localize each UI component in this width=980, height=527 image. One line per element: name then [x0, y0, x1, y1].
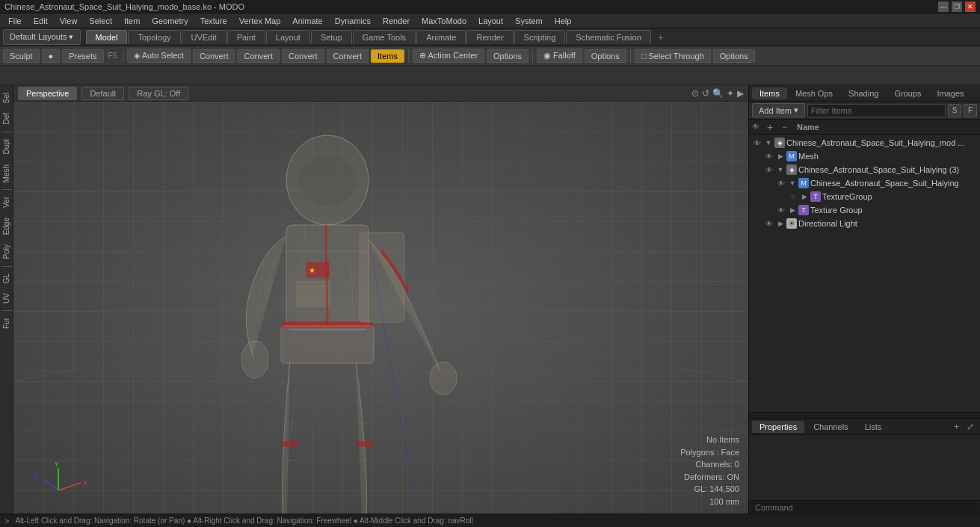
tree-item-texgroup[interactable]: 👁 ▶ T TextureGroup — [785, 190, 980, 203]
minimize-button[interactable]: — — [938, 1, 949, 12]
expand-texgroup[interactable]: ▶ — [800, 192, 809, 201]
maximize-button[interactable]: ❐ — [952, 1, 962, 12]
rtab-shading[interactable]: Shading — [841, 87, 886, 99]
vis-eye-root[interactable]: 👁 — [752, 138, 762, 148]
bottom-add-icon[interactable]: + — [951, 422, 962, 432]
bottom-expand-icon[interactable]: ⤢ — [964, 422, 977, 432]
menu-item-item[interactable]: Item — [119, 15, 145, 27]
expand-mesh2[interactable]: ▼ — [788, 179, 797, 188]
rtab-groups[interactable]: Groups — [887, 87, 928, 99]
tree-item-group[interactable]: 👁 ▼ ◈ Chinese_Astronaut_Space_Suit_Haiyi… — [761, 163, 980, 176]
tree-item-light[interactable]: 👁 ▶ ☀ Directional Light — [761, 217, 980, 230]
items-button[interactable]: Items — [371, 49, 404, 63]
sidebar-tab-mesh[interactable]: Mesh — [0, 160, 13, 187]
menu-item-view[interactable]: View — [55, 15, 83, 27]
main-tab-layout[interactable]: Layout — [266, 30, 310, 44]
menu-item-help[interactable]: Help — [549, 15, 577, 27]
sculpt-button[interactable]: Sculpt — [3, 49, 40, 63]
main-tab-model[interactable]: Model — [86, 30, 128, 44]
convert3-button[interactable]: Convert — [282, 49, 324, 63]
main-tab-uvedit[interactable]: UVEdit — [182, 30, 226, 44]
rbtab-channels[interactable]: Channels — [806, 421, 855, 433]
tree-item-mesh[interactable]: 👁 ▶ M Mesh — [761, 150, 980, 163]
vis-eye-texgroup2[interactable]: 👁 — [776, 205, 786, 215]
sidebar-tab-gl[interactable]: GL — [0, 269, 13, 288]
main-tab-topology[interactable]: Topology — [128, 30, 180, 44]
sidebar-tab-ver[interactable]: Ver — [0, 192, 13, 212]
sidebar-tab-edge[interactable]: Edge — [0, 213, 13, 239]
minus-col-header[interactable]: − — [782, 122, 794, 132]
camera-icon[interactable]: ⊙ — [691, 88, 699, 99]
options3-button[interactable]: Options — [713, 49, 755, 63]
plus-col-header[interactable]: + — [767, 121, 779, 133]
main-tab-setup[interactable]: Setup — [311, 30, 352, 44]
action-center-button[interactable]: ⊕ Action Center — [413, 49, 484, 63]
menu-item-maxtomodo[interactable]: MaxToModo — [416, 15, 472, 27]
expand-texgroup2[interactable]: ▶ — [788, 206, 797, 215]
tab-layouts-dropdown[interactable]: Default Layouts ▾ — [3, 29, 81, 45]
menu-item-system[interactable]: System — [510, 15, 548, 27]
menu-item-file[interactable]: File — [3, 15, 27, 27]
vp-tab-perspective[interactable]: Perspective — [18, 87, 77, 100]
expand-mesh[interactable]: ▶ — [776, 152, 785, 161]
expand-root[interactable]: ▼ — [764, 138, 773, 147]
menu-item-texture[interactable]: Texture — [195, 15, 232, 27]
add-tab-button[interactable]: + — [652, 29, 670, 46]
convert2-button[interactable]: Convert — [237, 49, 280, 63]
expand-light[interactable]: ▶ — [776, 219, 785, 228]
items-s-button[interactable]: S — [948, 104, 961, 117]
vis-eye-light[interactable]: 👁 — [764, 218, 774, 229]
sidebar-tab-def[interactable]: Def — [0, 108, 13, 129]
rtab-items[interactable]: Items — [752, 87, 787, 99]
items-scrollbar[interactable] — [749, 412, 980, 418]
menu-item-dynamics[interactable]: Dynamics — [330, 15, 376, 27]
falloff-button[interactable]: ◉ Falloff — [537, 49, 582, 63]
convert1-button[interactable]: Convert — [193, 49, 235, 63]
vis-eye-mesh[interactable]: 👁 — [764, 151, 774, 161]
menu-item-vertex map[interactable]: Vertex Map — [234, 15, 286, 27]
options2-button[interactable]: Options — [585, 49, 626, 63]
add-item-button[interactable]: Add Item ▾ — [752, 103, 805, 117]
rbtab-properties[interactable]: Properties — [752, 421, 804, 433]
menu-item-geometry[interactable]: Geometry — [147, 15, 193, 27]
presets-button[interactable]: Presets — [62, 49, 103, 63]
main-tab-paint[interactable]: Paint — [227, 30, 265, 44]
main-tab-game-tools[interactable]: Game Tools — [353, 30, 416, 44]
tree-item-texgroup2[interactable]: 👁 ▶ T Texture Group — [773, 203, 980, 217]
main-tab-schematic-fusion[interactable]: Schematic Fusion — [566, 30, 650, 44]
rtab-meshops[interactable]: Mesh Ops — [788, 87, 840, 99]
menu-item-layout[interactable]: Layout — [473, 15, 508, 27]
main-tab-render[interactable]: Render — [466, 30, 513, 44]
rtab-images[interactable]: Images — [930, 87, 972, 99]
vis-eye-texgroup[interactable]: 👁 — [788, 191, 798, 202]
auto-select-button[interactable]: ◈ Auto Select — [127, 49, 191, 63]
convert4-button[interactable]: Convert — [327, 49, 369, 63]
sidebar-tab-fur[interactable]: Fur — [0, 313, 13, 333]
menu-item-render[interactable]: Render — [377, 15, 415, 27]
command-input[interactable] — [752, 502, 977, 513]
tree-item-mesh2[interactable]: 👁 ▼ M Chinese_Astronaut_Space_Suit_Haiyi… — [773, 176, 980, 190]
menu-item-select[interactable]: Select — [84, 15, 117, 27]
menu-item-animate[interactable]: Animate — [287, 15, 327, 27]
rbtab-lists[interactable]: Lists — [857, 421, 890, 433]
close-button[interactable]: ✕ — [965, 1, 976, 12]
sidebar-tab-poly[interactable]: Poly — [0, 240, 13, 263]
tree-item-root[interactable]: 👁 ▼ ◈ Chinese_Astronaut_Space_Suit_Haiyi… — [749, 136, 980, 150]
sidebar-tab-uv[interactable]: UV — [0, 289, 13, 308]
zoom-icon[interactable]: 🔍 — [712, 88, 724, 99]
vp-tab-raygl[interactable]: Ray GL: Off — [129, 87, 188, 100]
sidebar-tab-dupl[interactable]: Dupl — [0, 135, 13, 159]
main-tab-scripting[interactable]: Scripting — [514, 30, 566, 44]
items-f-button[interactable]: F — [964, 104, 977, 117]
presets-radio[interactable]: ● — [42, 49, 61, 63]
sidebar-tab-sel[interactable]: Sel — [0, 88, 13, 108]
settings-icon[interactable]: ✦ — [727, 88, 734, 99]
more-icon[interactable]: ▶ — [737, 88, 744, 99]
vis-eye-group[interactable]: 👁 — [764, 164, 774, 175]
viewport-canvas[interactable]: ★ X Y Z No Items — [13, 102, 748, 514]
vis-eye-mesh2[interactable]: 👁 — [776, 178, 786, 188]
viewport[interactable]: Perspective Default Ray GL: Off ⊙ ↺ 🔍 ✦ … — [13, 85, 748, 514]
menu-item-edit[interactable]: Edit — [28, 15, 53, 27]
expand-group[interactable]: ▼ — [776, 165, 785, 174]
select-through-button[interactable]: □ Select Through — [635, 49, 711, 63]
